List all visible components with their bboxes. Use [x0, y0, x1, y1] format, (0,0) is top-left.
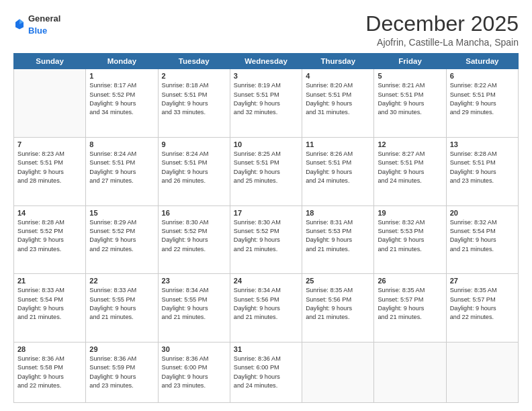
cell-content: Sunrise: 8:24 AMSunset: 5:51 PMDaylight:…	[89, 150, 154, 185]
calendar-cell: 31Sunrise: 8:36 AMSunset: 6:00 PMDayligh…	[230, 342, 302, 402]
day-number: 4	[306, 72, 370, 80]
header-saturday: Saturday	[446, 54, 518, 69]
cell-content: Sunrise: 8:30 AMSunset: 5:52 PMDaylight:…	[162, 218, 226, 254]
day-number: 23	[162, 277, 226, 285]
day-number: 24	[234, 277, 298, 285]
cell-content: Sunrise: 8:26 AMSunset: 5:51 PMDaylight:…	[306, 150, 370, 185]
header: General Blue December 2025 Ajofrin, Cast…	[13, 12, 519, 48]
day-number: 28	[17, 345, 82, 353]
cell-content: Sunrise: 8:35 AMSunset: 5:57 PMDaylight:…	[378, 286, 442, 322]
cell-content: Sunrise: 8:32 AMSunset: 5:53 PMDaylight:…	[378, 218, 442, 254]
cell-content: Sunrise: 8:31 AMSunset: 5:53 PMDaylight:…	[306, 218, 370, 254]
calendar-cell: 2Sunrise: 8:18 AMSunset: 5:51 PMDaylight…	[158, 69, 230, 138]
day-number: 14	[17, 209, 82, 217]
day-number: 13	[450, 140, 515, 148]
day-number: 11	[306, 140, 370, 148]
header-thursday: Thursday	[302, 54, 374, 69]
header-sunday: Sunday	[14, 54, 86, 69]
calendar-cell: 8Sunrise: 8:24 AMSunset: 5:51 PMDaylight…	[86, 137, 158, 205]
day-number: 15	[89, 209, 154, 217]
day-number: 16	[162, 209, 226, 217]
logo-general: General	[28, 13, 60, 24]
calendar-cell: 19Sunrise: 8:32 AMSunset: 5:53 PMDayligh…	[374, 205, 446, 274]
cell-content: Sunrise: 8:33 AMSunset: 5:55 PMDaylight:…	[89, 286, 154, 322]
logo: General Blue	[13, 12, 60, 36]
day-number: 5	[378, 72, 442, 80]
day-header-row: Sunday Monday Tuesday Wednesday Thursday…	[14, 54, 519, 69]
page: General Blue December 2025 Ajofrin, Cast…	[0, 0, 532, 411]
cell-content: Sunrise: 8:18 AMSunset: 5:51 PMDaylight:…	[162, 81, 226, 117]
cell-content: Sunrise: 8:36 AMSunset: 6:00 PMDaylight:…	[234, 355, 298, 390]
day-number: 19	[378, 209, 442, 217]
calendar-cell: 16Sunrise: 8:30 AMSunset: 5:52 PMDayligh…	[158, 205, 230, 274]
cell-content: Sunrise: 8:20 AMSunset: 5:51 PMDaylight:…	[306, 81, 370, 117]
calendar-cell: 7Sunrise: 8:23 AMSunset: 5:51 PMDaylight…	[14, 137, 86, 205]
calendar-cell: 5Sunrise: 8:21 AMSunset: 5:51 PMDaylight…	[374, 69, 446, 138]
day-number: 26	[378, 277, 442, 285]
calendar-cell: 27Sunrise: 8:35 AMSunset: 5:57 PMDayligh…	[446, 274, 518, 342]
calendar-cell: 22Sunrise: 8:33 AMSunset: 5:55 PMDayligh…	[86, 274, 158, 342]
cell-content: Sunrise: 8:34 AMSunset: 5:55 PMDaylight:…	[162, 286, 226, 322]
calendar-cell	[302, 342, 374, 402]
calendar-cell: 26Sunrise: 8:35 AMSunset: 5:57 PMDayligh…	[374, 274, 446, 342]
cell-content: Sunrise: 8:21 AMSunset: 5:51 PMDaylight:…	[378, 81, 442, 117]
cell-content: Sunrise: 8:22 AMSunset: 5:51 PMDaylight:…	[450, 81, 515, 117]
calendar-cell: 12Sunrise: 8:27 AMSunset: 5:51 PMDayligh…	[374, 137, 446, 205]
day-number: 8	[89, 140, 154, 148]
day-number: 27	[450, 277, 515, 285]
calendar-cell: 23Sunrise: 8:34 AMSunset: 5:55 PMDayligh…	[158, 274, 230, 342]
day-number: 31	[234, 345, 298, 353]
cell-content: Sunrise: 8:36 AMSunset: 5:59 PMDaylight:…	[89, 355, 154, 390]
cell-content: Sunrise: 8:35 AMSunset: 5:56 PMDaylight:…	[306, 286, 370, 322]
cell-content: Sunrise: 8:19 AMSunset: 5:51 PMDaylight:…	[234, 81, 298, 117]
day-number: 6	[450, 72, 515, 80]
calendar-cell: 29Sunrise: 8:36 AMSunset: 5:59 PMDayligh…	[86, 342, 158, 402]
calendar-cell: 20Sunrise: 8:32 AMSunset: 5:54 PMDayligh…	[446, 205, 518, 274]
cell-content: Sunrise: 8:27 AMSunset: 5:51 PMDaylight:…	[378, 150, 442, 185]
calendar-cell: 24Sunrise: 8:34 AMSunset: 5:56 PMDayligh…	[230, 274, 302, 342]
cell-content: Sunrise: 8:36 AMSunset: 5:58 PMDaylight:…	[17, 355, 82, 390]
logo-blue: Blue	[28, 26, 47, 36]
calendar-cell: 30Sunrise: 8:36 AMSunset: 6:00 PMDayligh…	[158, 342, 230, 402]
calendar-cell: 18Sunrise: 8:31 AMSunset: 5:53 PMDayligh…	[302, 205, 374, 274]
calendar-cell: 17Sunrise: 8:30 AMSunset: 5:52 PMDayligh…	[230, 205, 302, 274]
day-number: 1	[89, 72, 154, 80]
month-title: December 2025	[365, 12, 519, 36]
header-friday: Friday	[374, 54, 446, 69]
day-number: 20	[450, 209, 515, 217]
calendar-cell: 4Sunrise: 8:20 AMSunset: 5:51 PMDaylight…	[302, 69, 374, 138]
day-number: 21	[17, 277, 82, 285]
cell-content: Sunrise: 8:28 AMSunset: 5:52 PMDaylight:…	[17, 218, 82, 254]
calendar-table: Sunday Monday Tuesday Wednesday Thursday…	[13, 53, 519, 403]
day-number: 30	[162, 345, 226, 353]
cell-content: Sunrise: 8:29 AMSunset: 5:52 PMDaylight:…	[89, 218, 154, 254]
calendar-cell: 6Sunrise: 8:22 AMSunset: 5:51 PMDaylight…	[446, 69, 518, 138]
day-number: 3	[234, 72, 298, 80]
cell-content: Sunrise: 8:32 AMSunset: 5:54 PMDaylight:…	[450, 218, 515, 254]
logo-icon	[13, 18, 26, 30]
calendar-cell: 1Sunrise: 8:17 AMSunset: 5:52 PMDaylight…	[86, 69, 158, 138]
day-number: 7	[17, 140, 82, 148]
cell-content: Sunrise: 8:17 AMSunset: 5:52 PMDaylight:…	[89, 81, 154, 117]
day-number: 25	[306, 277, 370, 285]
calendar-cell: 14Sunrise: 8:28 AMSunset: 5:52 PMDayligh…	[14, 205, 86, 274]
calendar-cell: 3Sunrise: 8:19 AMSunset: 5:51 PMDaylight…	[230, 69, 302, 138]
calendar-cell	[14, 69, 86, 138]
calendar-cell: 28Sunrise: 8:36 AMSunset: 5:58 PMDayligh…	[14, 342, 86, 402]
cell-content: Sunrise: 8:35 AMSunset: 5:57 PMDaylight:…	[450, 286, 515, 322]
calendar-cell: 25Sunrise: 8:35 AMSunset: 5:56 PMDayligh…	[302, 274, 374, 342]
day-number: 29	[89, 345, 154, 353]
calendar-cell	[446, 342, 518, 402]
cell-content: Sunrise: 8:30 AMSunset: 5:52 PMDaylight:…	[234, 218, 298, 254]
day-number: 22	[89, 277, 154, 285]
calendar-cell: 9Sunrise: 8:24 AMSunset: 5:51 PMDaylight…	[158, 137, 230, 205]
calendar-cell: 13Sunrise: 8:28 AMSunset: 5:51 PMDayligh…	[446, 137, 518, 205]
calendar-cell: 11Sunrise: 8:26 AMSunset: 5:51 PMDayligh…	[302, 137, 374, 205]
logo-text: General Blue	[28, 12, 60, 36]
title-section: December 2025 Ajofrin, Castille-La Manch…	[365, 12, 519, 48]
cell-content: Sunrise: 8:23 AMSunset: 5:51 PMDaylight:…	[17, 150, 82, 185]
day-number: 9	[162, 140, 226, 148]
calendar-cell: 21Sunrise: 8:33 AMSunset: 5:54 PMDayligh…	[14, 274, 86, 342]
header-tuesday: Tuesday	[158, 54, 230, 69]
calendar-cell: 10Sunrise: 8:25 AMSunset: 5:51 PMDayligh…	[230, 137, 302, 205]
